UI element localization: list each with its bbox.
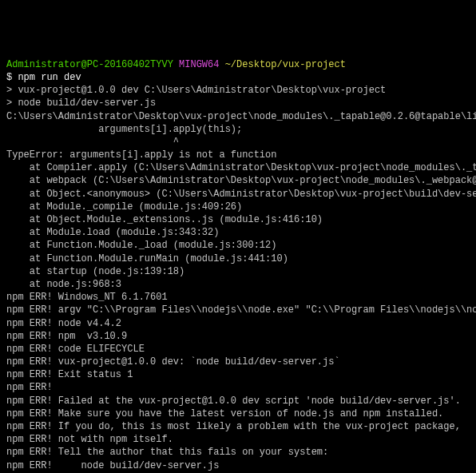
output-line: npm ERR! Windows_NT 6.1.7601 (6, 291, 470, 304)
output-line: C:\Users\Administrator\Desktop\vux-proje… (6, 110, 470, 123)
terminal-output: > vux-project@1.0.0 dev C:\Users\Adminis… (6, 84, 470, 473)
output-line: arguments[i].apply(this); (6, 123, 470, 136)
output-line: at Function.Module.runMain (module.js:44… (6, 252, 470, 265)
output-line: ^ (6, 136, 470, 149)
output-line: npm ERR! Failed at the vux-project@1.0.0… (6, 395, 470, 407)
prompt-line: Administrator@PC-20160402TYVY MINGW64 ~/… (6, 58, 470, 71)
output-line: npm ERR! code ELIFECYCLE (6, 343, 470, 356)
output-line: at Object.<anonymous> (C:\Users\Administ… (6, 188, 470, 201)
output-line: npm ERR! node v4.4.2 (6, 317, 470, 330)
output-line: at Compiler.apply (C:\Users\Administrato… (6, 161, 470, 174)
output-line: > vux-project@1.0.0 dev C:\Users\Adminis… (6, 84, 470, 97)
output-line: npm ERR! npm v3.10.9 (6, 330, 470, 343)
output-line: npm ERR! If you do, this is most likely … (6, 420, 470, 433)
output-line: at startup (node.js:139:18) (6, 265, 470, 278)
output-line: at node.js:968:3 (6, 278, 470, 291)
output-line: at webpack (C:\Users\Administrator\Deskt… (6, 174, 470, 187)
command-line[interactable]: $ npm run dev (6, 71, 470, 84)
output-line: npm ERR! not with npm itself. (6, 433, 470, 446)
output-line: at Module.load (module.js:343:32) (6, 226, 470, 239)
output-line: npm ERR! argv "C:\\Program Files\\nodejs… (6, 304, 470, 316)
output-line: TypeError: arguments[i].apply is not a f… (6, 149, 470, 161)
output-line: npm ERR! Tell the author that this fails… (6, 446, 470, 459)
prompt-path: ~/Desktop/vux-project (225, 59, 346, 70)
prompt-user: Administrator@PC-20160402TYVY (6, 59, 173, 70)
output-line: at Function.Module._load (module.js:300:… (6, 239, 470, 252)
output-line: at Module._compile (module.js:409:26) (6, 201, 470, 213)
output-line: npm ERR! Make sure you have the latest v… (6, 407, 470, 420)
prompt-env: MINGW64 (179, 59, 219, 70)
output-line: > node build/dev-server.js (6, 97, 470, 109)
output-line: npm ERR! node build/dev-server.js (6, 459, 470, 472)
output-line: npm ERR! vux-project@1.0.0 dev: `node bu… (6, 356, 470, 368)
output-line: at Object.Module._extensions..js (module… (6, 213, 470, 226)
output-line: npm ERR! Exit status 1 (6, 368, 470, 381)
output-line: npm ERR! (6, 381, 470, 394)
